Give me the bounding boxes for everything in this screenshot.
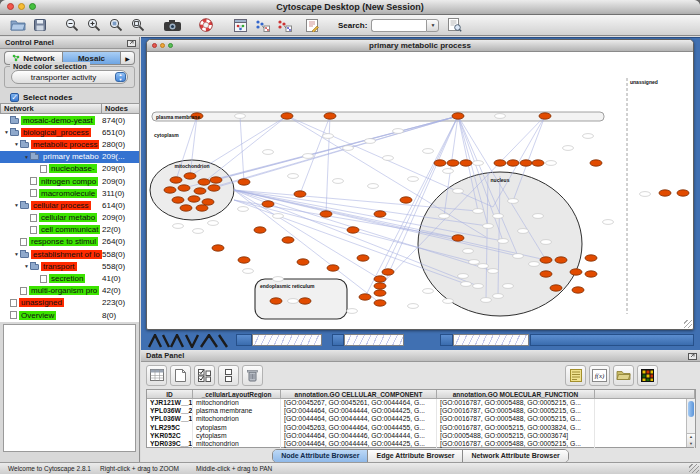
window-resize-grip[interactable] (689, 464, 699, 473)
graph-node[interactable] (453, 189, 464, 194)
graph-node[interactable] (243, 269, 254, 274)
graph-node-selected[interactable] (238, 257, 250, 263)
graph-node-selected[interactable] (282, 237, 294, 243)
graph-node-selected[interactable] (585, 271, 597, 277)
close-view-icon[interactable] (152, 43, 157, 48)
select-nodes-checkbox[interactable]: ✓ (10, 93, 19, 102)
background-window-fragment[interactable] (332, 334, 344, 346)
graph-node-selected[interactable] (400, 197, 412, 203)
graph-node-selected[interactable] (299, 298, 311, 304)
background-window-fragment[interactable] (530, 334, 694, 346)
network-canvas[interactable]: plasma membranecytoplasmmitochondrionnuc… (148, 52, 692, 328)
save-icon[interactable] (30, 16, 50, 34)
graph-node[interactable] (333, 179, 344, 184)
background-window-fragment[interactable] (236, 334, 252, 346)
tree-expand-icon[interactable]: ▼ (13, 202, 20, 208)
graph-node[interactable] (288, 174, 299, 179)
graph-node-selected[interactable] (210, 177, 222, 183)
background-window-fragment[interactable] (147, 334, 235, 348)
graph-node[interactable] (383, 156, 394, 161)
graph-node[interactable] (263, 150, 274, 155)
graph-node-selected[interactable] (188, 196, 200, 202)
graph-node[interactable] (488, 269, 499, 274)
tab-overflow-button[interactable]: ▶ (121, 51, 135, 65)
graph-node[interactable] (238, 207, 249, 212)
background-window-fragment[interactable] (453, 334, 529, 346)
tree-row[interactable]: cell communicat22(0) (0, 224, 139, 236)
tree-row[interactable]: nitrogen compo209(0) (0, 175, 139, 187)
graph-node-selected[interactable] (382, 269, 394, 275)
table-column-header[interactable]: _cellularLayoutRegion (193, 390, 281, 399)
tab-edge-attribute-browser[interactable]: Edge Attribute Browser (368, 450, 463, 462)
new-attribute-icon[interactable] (170, 365, 191, 386)
advanced-search-icon[interactable] (445, 16, 465, 34)
tree-column-network[interactable]: Network (0, 103, 102, 114)
graph-edge[interactable] (326, 116, 330, 214)
table-column-header[interactable]: annotation.GO MOLECULAR_FUNCTION (437, 390, 595, 399)
graph-node-selected[interactable] (460, 160, 472, 166)
graph-node[interactable] (235, 114, 246, 119)
snapshot-camera-icon[interactable] (162, 16, 182, 34)
tree-row[interactable]: multi-organism pro42(0) (0, 285, 139, 297)
table-row[interactable]: YJR121W__1mitochondrion[GO:0045267, GO:0… (147, 399, 695, 407)
zoom-in-icon[interactable] (84, 16, 104, 34)
delete-attribute-icon[interactable] (242, 365, 263, 386)
manage-networks-icon[interactable] (230, 16, 250, 34)
graph-node[interactable] (303, 154, 314, 159)
graph-node-selected[interactable] (494, 160, 506, 166)
graph-node[interactable] (498, 239, 509, 244)
background-window-fragment[interactable] (252, 334, 322, 346)
tree-expand-icon[interactable]: ▼ (13, 251, 20, 257)
graph-node-selected[interactable] (208, 185, 220, 191)
graph-node[interactable] (458, 274, 469, 279)
graph-node-selected[interactable] (347, 227, 359, 233)
graph-node[interactable] (343, 146, 354, 151)
graph-node[interactable] (546, 161, 557, 166)
graph-node-selected[interactable] (196, 205, 208, 211)
graph-node-selected[interactable] (164, 187, 176, 193)
graph-node-selected[interactable] (590, 160, 602, 166)
graph-node[interactable] (508, 199, 519, 204)
graph-node[interactable] (478, 264, 489, 269)
network-view-titlebar[interactable]: primary metabolic process (147, 40, 693, 52)
graph-node-selected[interactable] (570, 269, 582, 275)
graph-node-selected[interactable] (194, 188, 206, 194)
tree-row[interactable]: macromolecule311(0) (0, 187, 139, 199)
graph-node-selected[interactable] (172, 197, 184, 203)
graph-node-selected[interactable] (374, 276, 386, 282)
graph-node[interactable] (323, 134, 334, 139)
tree-expand-icon[interactable]: ▼ (13, 141, 20, 147)
tree-row[interactable]: mosaic-demo-yeast874(0) (0, 114, 139, 126)
graph-node-selected[interactable] (374, 211, 386, 217)
graph-node[interactable] (208, 221, 219, 226)
graph-edge[interactable] (200, 116, 458, 191)
tree-row[interactable]: response to stimul264(0) (0, 236, 139, 248)
graph-node[interactable] (493, 294, 504, 299)
graph-node[interactable] (473, 161, 484, 166)
graph-node[interactable] (463, 249, 474, 254)
graph-node[interactable] (503, 284, 514, 289)
graph-node[interactable] (423, 149, 434, 154)
graph-edge[interactable] (234, 190, 380, 279)
tab-network-attribute-browser[interactable]: Network Attribute Browser (463, 450, 567, 462)
tree-row[interactable]: ▼biological_process651(0) (0, 126, 139, 138)
import-folder-icon[interactable] (613, 365, 634, 386)
network-view-window[interactable]: primary metabolic process plasma membran… (146, 39, 694, 330)
graph-node-selected[interactable] (198, 179, 210, 185)
graph-node-selected[interactable] (507, 160, 519, 166)
graph-node[interactable] (473, 209, 484, 214)
table-row[interactable]: YLR295Ccytoplasm[GO:0045263, GO:0044464,… (147, 424, 695, 432)
graph-node-selected[interactable] (555, 257, 567, 263)
graph-node[interactable] (518, 229, 529, 234)
network-graph[interactable]: plasma membranecytoplasmmitochondrionnuc… (148, 52, 692, 328)
graph-node-selected[interactable] (359, 294, 371, 300)
graph-node[interactable] (461, 282, 472, 287)
graph-node[interactable] (393, 129, 404, 134)
graph-node-selected[interactable] (178, 185, 190, 191)
table-row[interactable]: YPL036W__1mitochondrion[GO:0044464, GO:0… (147, 415, 695, 423)
graph-node[interactable] (288, 299, 299, 304)
graph-node[interactable] (563, 146, 574, 151)
graph-node-selected[interactable] (434, 160, 446, 166)
graph-node-selected[interactable] (294, 191, 306, 197)
tree-column-nodes[interactable]: Nodes (102, 103, 140, 114)
